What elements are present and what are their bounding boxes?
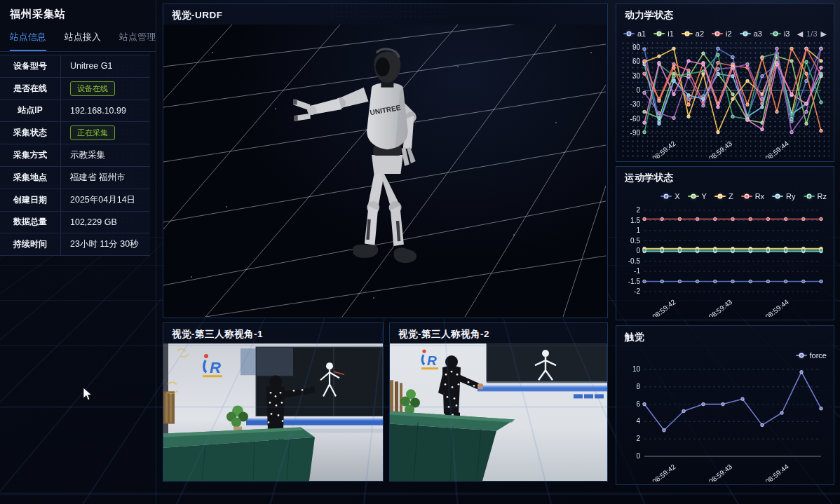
legend-item[interactable]: Ry	[772, 192, 795, 200]
device-model-value: Unitree G1	[61, 61, 150, 71]
legend-marker-icon	[740, 33, 751, 34]
svg-text:1.5: 1.5	[630, 217, 640, 224]
svg-text:08:59:44: 08:59:44	[764, 298, 790, 317]
camera-2-video[interactable]: R	[390, 343, 607, 481]
svg-text:08:59:44: 08:59:44	[764, 139, 790, 158]
legend-item[interactable]: a2	[682, 29, 704, 38]
legend-marker-icon	[661, 196, 672, 197]
data-total-value: 102,229 GB	[61, 217, 150, 227]
legend-item[interactable]: i3	[770, 29, 790, 38]
svg-text:08:59:44: 08:59:44	[764, 463, 790, 482]
panel-dynamics: 动力学状态 a1i1a2i2a3i3 ◀ 1/3 ▶ 9060300-30-60…	[616, 4, 834, 162]
legend-item[interactable]: i1	[653, 29, 674, 38]
legend-item[interactable]: Z	[714, 192, 733, 200]
legend-marker-icon	[772, 196, 783, 197]
table-row: 持续时间23小时 11分 30秒	[0, 233, 150, 256]
table-row: 采集地点福建省 福州市	[0, 167, 150, 189]
svg-text:8: 8	[636, 383, 640, 390]
svg-text:08:59:43: 08:59:43	[707, 298, 734, 317]
svg-text:30: 30	[632, 72, 641, 80]
dashboard-root: { "app": { "station_title": "福州采集站" }, "…	[0, 0, 840, 504]
sidebar: 福州采集站 站点信息 站点接入 站点管理 设备型号Unitree G1 是否在线…	[0, 0, 156, 504]
svg-text:-2: -2	[634, 287, 640, 295]
legend-label: Z	[729, 192, 733, 200]
svg-text:10: 10	[632, 365, 641, 373]
legend-label: force	[810, 351, 827, 360]
legend-item[interactable]: a1	[623, 29, 646, 38]
legend-next-icon[interactable]: ▶	[821, 30, 827, 38]
legend-item[interactable]: X	[661, 192, 679, 200]
tab-station-manage[interactable]: 站点管理	[119, 31, 156, 51]
svg-text:1: 1	[636, 226, 640, 234]
legend-label: Rx	[755, 192, 764, 200]
svg-text:2: 2	[636, 206, 640, 214]
panel-camera-2: 视觉-第三人称视角-2	[389, 322, 608, 482]
legend-marker-icon	[682, 33, 693, 34]
table-row: 采集方式示教采集	[0, 144, 150, 167]
svg-text:-1.5: -1.5	[628, 278, 641, 285]
legend-marker-icon	[623, 33, 635, 34]
urdf-grid-scene: UNITREE	[163, 25, 606, 317]
panel-title: 运动学状态	[616, 167, 834, 189]
svg-text:90: 90	[632, 43, 641, 51]
legend-label: a3	[754, 29, 762, 38]
kinematics-legend: XYZRxRyRz	[616, 189, 834, 204]
tab-station-access[interactable]: 站点接入	[65, 31, 101, 51]
camera-1-video[interactable]: R	[163, 343, 383, 481]
station-title: 福州采集站	[0, 0, 156, 25]
svg-text:-1: -1	[634, 267, 640, 275]
create-date-value: 2025年04月14日	[61, 194, 150, 206]
legend-label: i3	[784, 29, 790, 38]
table-row: 是否在线设备在线	[0, 78, 150, 100]
legend-item[interactable]: Y	[688, 192, 707, 200]
table-row: 设备型号Unitree G1	[0, 55, 150, 78]
svg-text:08:59:42: 08:59:42	[651, 139, 677, 158]
dynamics-chart: 9060300-30-60-9008:59:4208:59:4308:59:44	[621, 41, 829, 158]
panel-title: 视觉-第三人称视角-2	[390, 323, 607, 345]
table-row: 采集状态正在采集	[0, 122, 150, 144]
legend-label: Rz	[818, 192, 827, 200]
collect-status-badge: 正在采集	[70, 125, 115, 140]
legend-prev-icon[interactable]: ◀	[797, 30, 803, 38]
legend-label: Ry	[786, 192, 795, 200]
svg-text:60: 60	[632, 57, 641, 65]
legend-label: a2	[696, 29, 704, 38]
svg-text:-90: -90	[630, 129, 641, 137]
legend-marker-icon	[770, 33, 781, 34]
tab-station-info[interactable]: 站点信息	[10, 31, 46, 51]
robot-model: UNITREE	[293, 49, 416, 263]
svg-text:08:59:43: 08:59:43	[707, 139, 734, 158]
legend-item[interactable]: i2	[712, 29, 732, 38]
svg-text:0: 0	[636, 86, 640, 94]
panel-kinematics: 运动学状态 XYZRxRyRz 21.510.50-0.5-1-1.5-208:…	[616, 166, 834, 320]
legend-label: i2	[726, 29, 732, 38]
online-status-badge: 设备在线	[70, 81, 115, 96]
camera-1-scene: R	[163, 343, 383, 481]
panel-tactile: 触觉 force 108642008:59:4208:59:4308:59:44	[616, 325, 834, 485]
panel-title: 视觉-URDF	[163, 4, 607, 26]
legend-marker-icon	[653, 33, 665, 34]
camera-2-scene: R	[390, 343, 607, 481]
svg-text:-30: -30	[630, 100, 641, 108]
legend-item[interactable]: Rx	[741, 192, 764, 200]
duration-value: 23小时 11分 30秒	[61, 238, 150, 250]
panel-urdf-view: 视觉-URDF	[163, 4, 608, 318]
panel-title: 触觉	[616, 326, 834, 348]
svg-text:R: R	[210, 359, 221, 376]
station-info-table: 设备型号Unitree G1 是否在线设备在线 站点IP192.168.10.9…	[0, 55, 150, 256]
legend-marker-icon	[712, 33, 723, 34]
legend-item[interactable]: a3	[740, 29, 762, 38]
tactile-chart: 108642008:59:4208:59:4308:59:44	[621, 362, 829, 482]
svg-text:0: 0	[636, 452, 640, 460]
legend-item[interactable]: Rz	[804, 192, 827, 200]
svg-text:6: 6	[636, 400, 640, 408]
legend-label: X	[675, 192, 679, 200]
collect-mode-value: 示教采集	[61, 149, 150, 161]
table-row: 创建日期2025年04月14日	[0, 189, 150, 212]
mouse-cursor	[83, 387, 94, 402]
legend-item[interactable]: force	[796, 351, 827, 360]
panel-title: 动力学状态	[616, 4, 834, 26]
svg-text:0: 0	[636, 247, 640, 254]
legend-label: Y	[702, 192, 707, 200]
urdf-3d-viewport[interactable]: UNITREE	[163, 25, 607, 318]
